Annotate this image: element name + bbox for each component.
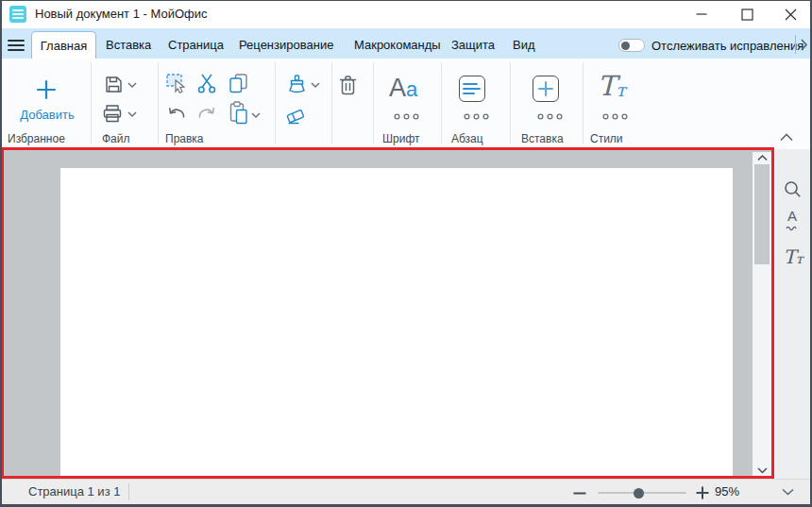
app-icon [9, 6, 26, 23]
group-label-styles: Стили [590, 132, 623, 145]
group-divider [91, 62, 92, 144]
group-label-file: Файл [102, 132, 130, 145]
save-button[interactable] [104, 75, 123, 93]
tab-retsenzirovanie[interactable]: Рецензирование [239, 38, 333, 52]
save-dropdown-chevron[interactable] [127, 82, 137, 89]
styles-more-button[interactable] [601, 112, 629, 121]
tab-vstavka[interactable]: Вставка [106, 38, 151, 52]
ribbon-overflow-button[interactable] [798, 37, 811, 52]
paste-dropdown-chevron[interactable] [251, 112, 261, 119]
titlebar: Новый документ 1 - МойОфис [0, 0, 812, 28]
tab-label: Главная [41, 39, 87, 53]
styles-sidebar-letter-big: T [783, 248, 795, 265]
clear-formatting-button[interactable] [285, 105, 306, 125]
document-page[interactable] [60, 168, 733, 479]
styles-panel-button[interactable]: T т [598, 74, 626, 99]
tab-vid[interactable]: Вид [513, 38, 535, 52]
font-panel-button[interactable]: A a [389, 76, 417, 100]
group-label-font: Шрифт [382, 132, 419, 145]
group-divider [510, 62, 511, 144]
group-divider [275, 62, 276, 144]
zoom-dropdown-chevron[interactable] [780, 486, 795, 498]
scroll-down-button[interactable] [753, 465, 771, 477]
group-divider [441, 62, 442, 144]
insert-more-button[interactable] [536, 112, 564, 121]
paragraph-panel-button[interactable] [459, 76, 485, 102]
redo-button[interactable] [196, 104, 216, 120]
spellcheck-icon[interactable]: A [784, 210, 801, 230]
add-favorite-button[interactable] [36, 79, 57, 100]
select-all-button[interactable] [166, 73, 188, 94]
toggle-knob [621, 42, 630, 50]
group-divider [373, 62, 374, 144]
tab-zashchita[interactable]: Защита [451, 38, 495, 52]
group-divider [331, 62, 332, 144]
tab-glavnaya[interactable]: Главная [31, 31, 96, 59]
maximize-button[interactable] [725, 0, 769, 28]
delete-button[interactable] [337, 74, 358, 97]
tab-makrokomandy[interactable]: Макрокоманды [354, 38, 441, 52]
track-changes-toggle[interactable] [618, 39, 645, 52]
collapse-toolbar-button[interactable] [779, 131, 794, 143]
group-label-paragraph: Абзац [451, 132, 483, 145]
paragraph-more-button[interactable] [463, 112, 490, 121]
styles-sidebar-letter-small: т [796, 252, 804, 265]
close-button[interactable] [769, 0, 812, 28]
group-label-insert: Вставка [521, 132, 564, 145]
scrollbar-thumb[interactable] [754, 164, 770, 264]
statusbar-divider [128, 483, 129, 500]
zoom-slider-thumb[interactable] [634, 488, 644, 499]
paste-button[interactable] [228, 101, 247, 125]
font-icon-letter-small: a [406, 79, 417, 100]
page-indicator: Страница 1 из 1 [28, 484, 120, 499]
tab-stranitsa[interactable]: Страница [168, 38, 224, 52]
right-sidebar [774, 149, 810, 479]
zoom-out-button[interactable] [570, 483, 589, 502]
tabbar-divider [795, 35, 796, 54]
font-icon-letter-big: A [389, 76, 406, 100]
undo-button[interactable] [166, 104, 186, 120]
format-painter-button[interactable] [286, 74, 307, 94]
group-label-favorites: Избранное [8, 132, 65, 145]
group-divider [158, 62, 159, 144]
minimize-button[interactable] [680, 0, 723, 28]
styles-icon-letter-small: т [616, 81, 626, 99]
spellcheck-icon-letter: A [787, 210, 797, 223]
statusbar [0, 479, 812, 505]
window-title: Новый документ 1 - МойОфис [35, 7, 207, 21]
vertical-scrollbar[interactable] [753, 152, 771, 477]
search-icon[interactable] [783, 180, 802, 198]
main-menu-button[interactable] [7, 37, 25, 54]
print-dropdown-chevron[interactable] [127, 111, 137, 118]
text-styles-icon[interactable]: T т [782, 248, 804, 265]
font-more-button[interactable] [393, 112, 420, 121]
insert-panel-button[interactable] [533, 76, 559, 102]
zoom-level-value: 95% [715, 484, 739, 499]
cut-button[interactable] [196, 72, 217, 93]
format-painter-dropdown-chevron[interactable] [311, 82, 320, 89]
copy-button[interactable] [228, 73, 247, 93]
app-window: Новый документ 1 - МойОфис Главная Встав… [0, 0, 812, 507]
print-button[interactable] [102, 104, 123, 123]
scroll-up-button[interactable] [753, 152, 771, 164]
add-favorite-label[interactable]: Добавить [9, 108, 85, 122]
track-changes-label: Отслеживать исправления [651, 39, 804, 53]
styles-icon-letter-big: T [598, 74, 616, 99]
group-label-edit: Правка [165, 132, 204, 145]
zoom-in-button[interactable] [693, 483, 712, 502]
group-divider [583, 62, 584, 144]
